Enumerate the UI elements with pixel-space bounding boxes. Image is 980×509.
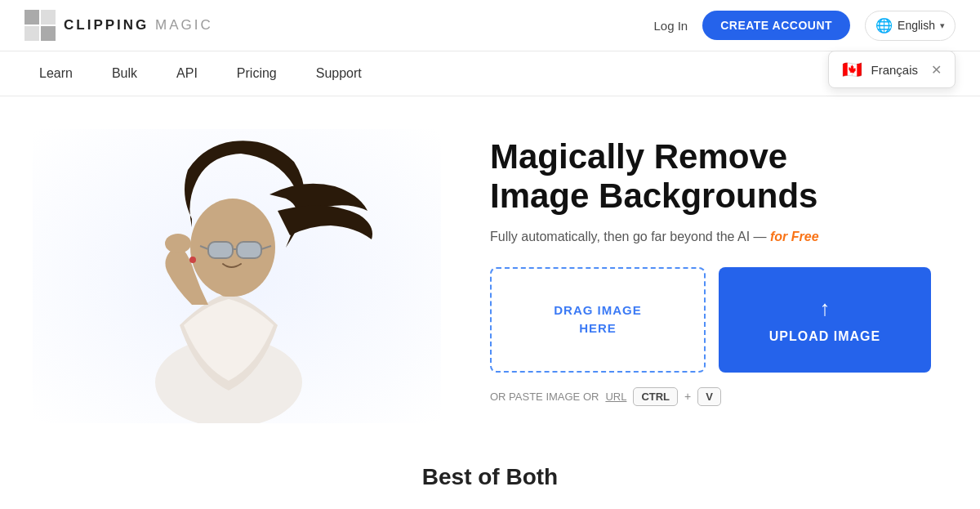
header-right: Log In CREATE ACCOUNT 🌐 English ▾	[653, 11, 956, 41]
sidebar-item-pricing[interactable]: Pricing	[217, 51, 296, 96]
logo-text: CLIPPING MAGIC	[64, 17, 213, 33]
svg-point-13	[165, 234, 191, 253]
ctrl-key-badge: CTRL	[633, 387, 678, 406]
sidebar-item-learn[interactable]: Learn	[20, 51, 92, 96]
globe-icon: 🌐	[875, 17, 893, 34]
svg-rect-0	[24, 10, 39, 25]
svg-rect-3	[41, 26, 56, 41]
upload-area: DRAG IMAGE HERE ↑ UPLOAD IMAGE	[490, 267, 931, 373]
svg-rect-1	[41, 10, 56, 25]
hero-image-area	[33, 129, 457, 431]
bottom-teaser: Best of Both	[0, 456, 980, 490]
language-label: English	[898, 19, 935, 32]
main-content: Magically Remove Image Backgrounds Fully…	[0, 96, 980, 456]
header: CLIPPING MAGIC Log In CREATE ACCOUNT 🌐 E…	[0, 0, 980, 51]
logo-icon	[24, 10, 56, 41]
subheadline: Fully automatically, then go far beyond …	[490, 230, 931, 244]
language-selector[interactable]: 🌐 English ▾	[865, 11, 956, 41]
v-key-badge: V	[697, 387, 721, 406]
sidebar-item-api[interactable]: API	[157, 51, 217, 96]
login-link[interactable]: Log In	[653, 19, 688, 33]
svg-rect-8	[208, 242, 233, 258]
paste-row: OR PASTE IMAGE OR URL CTRL + V	[490, 387, 931, 406]
url-paste-link[interactable]: URL	[605, 391, 626, 403]
canada-flag-icon: 🇨🇦	[842, 60, 862, 79]
main-headline: Magically Remove Image Backgrounds	[490, 137, 931, 217]
drag-zone-label: DRAG IMAGE HERE	[554, 301, 642, 338]
paste-label: OR PASTE IMAGE OR	[490, 391, 599, 403]
upload-arrow-icon: ↑	[820, 296, 831, 321]
svg-rect-2	[24, 26, 39, 41]
sidebar-item-bulk[interactable]: Bulk	[92, 51, 157, 96]
french-language-option[interactable]: Français	[871, 63, 918, 77]
logo-area: CLIPPING MAGIC	[24, 10, 213, 41]
sidebar-item-support[interactable]: Support	[296, 51, 381, 96]
svg-rect-9	[237, 242, 261, 258]
chevron-down-icon: ▾	[940, 20, 945, 31]
language-dropdown: 🇨🇦 Français ✕	[828, 51, 956, 88]
create-account-button[interactable]: CREATE ACCOUNT	[702, 11, 850, 40]
svg-point-14	[189, 257, 196, 263]
close-language-dropdown[interactable]: ✕	[931, 62, 942, 78]
right-content: Magically Remove Image Backgrounds Fully…	[490, 129, 931, 406]
drag-drop-zone[interactable]: DRAG IMAGE HERE	[490, 267, 706, 373]
plus-separator: +	[684, 390, 691, 403]
upload-button-label: UPLOAD IMAGE	[769, 329, 880, 344]
hero-illustration	[33, 129, 441, 423]
upload-image-button[interactable]: ↑ UPLOAD IMAGE	[719, 267, 931, 373]
